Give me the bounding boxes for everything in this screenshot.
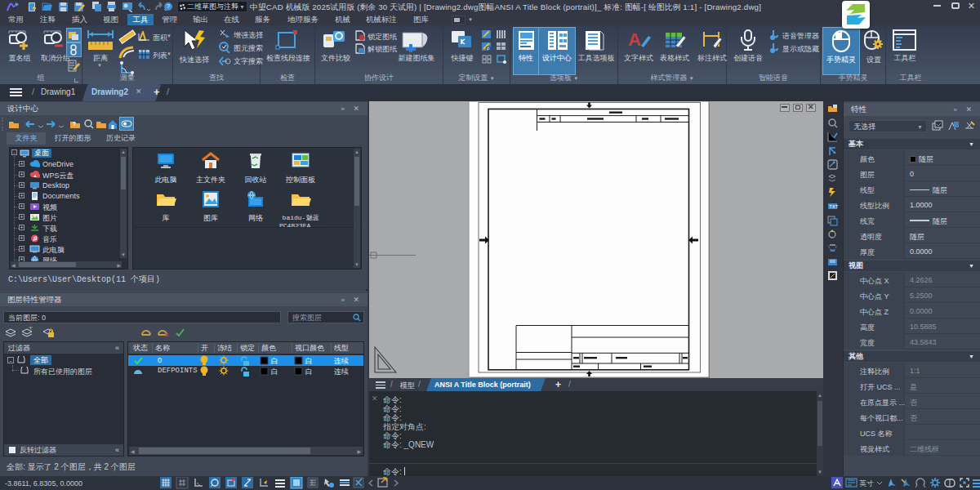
svg-text:TXT: TXT: [829, 204, 839, 209]
svg-text:白: 白: [305, 368, 313, 376]
svg-text:白: 白: [271, 368, 278, 376]
svg-text:连续: 连续: [334, 368, 349, 376]
svg-text:英寸: 英寸: [859, 479, 874, 488]
svg-text:连续: 连续: [334, 357, 349, 365]
svg-text:白: 白: [271, 357, 278, 365]
svg-text:A: A: [628, 29, 641, 50]
svg-text:白: 白: [305, 357, 313, 365]
